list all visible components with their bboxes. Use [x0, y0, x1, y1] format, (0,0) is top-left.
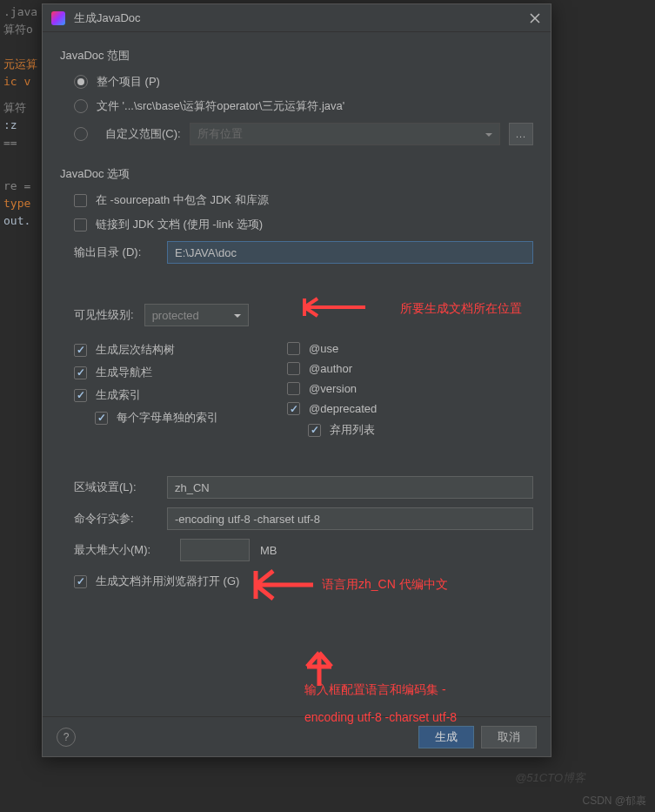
cmdline-label: 命令行实参: — [74, 511, 157, 527]
titlebar: 生成JavaDoc — [43, 4, 551, 32]
custom-scope-select[interactable]: 所有位置 — [190, 123, 500, 145]
output-dir-label: 输出目录 (D): — [74, 245, 157, 260]
checkbox-use[interactable] — [287, 342, 300, 355]
cancel-button[interactable]: 取消 — [481, 726, 537, 748]
visibility-label: 可见性级别: — [74, 307, 134, 323]
locale-input[interactable]: zh_CN — [167, 476, 533, 499]
dialog-footer: ? 生成 取消 — [43, 716, 551, 756]
checkbox-sourcepath-label: 在 -sourcepath 中包含 JDK 和库源 — [96, 192, 269, 208]
browse-scope-button[interactable]: ... — [509, 123, 533, 145]
radio-file[interactable] — [74, 99, 88, 113]
radio-custom-scope[interactable] — [74, 127, 88, 141]
javadoc-dialog: 生成JavaDoc JavaDoc 范围 整个项目 (P) 文件 '...\sr… — [42, 3, 551, 757]
checkbox-sourcepath[interactable] — [74, 194, 87, 207]
chevron-down-icon — [234, 309, 241, 322]
heap-label: 最大堆大小(M): — [74, 542, 170, 558]
checkbox-index[interactable] — [74, 389, 87, 402]
scope-section-label: JavaDoc 范围 — [60, 48, 533, 64]
checkbox-deprecated[interactable] — [287, 402, 300, 415]
dialog-title: 生成JavaDoc — [74, 10, 528, 26]
checkbox-nav[interactable] — [74, 366, 87, 379]
locale-label: 区域设置(L): — [74, 480, 157, 495]
radio-custom-scope-label: 自定义范围(C): — [105, 126, 181, 142]
radio-whole-project[interactable] — [74, 75, 88, 89]
checkbox-version[interactable] — [287, 382, 300, 395]
radio-file-label: 文件 '...\src\base\运算符operator\三元运算符.java' — [97, 98, 344, 114]
checkbox-open-browser-label: 生成文档并用浏览器打开 (G) — [96, 574, 239, 589]
checkbox-open-browser[interactable] — [74, 575, 87, 588]
options-section-label: JavaDoc 选项 — [60, 166, 533, 182]
checkbox-deprecated-list[interactable] — [308, 424, 321, 437]
output-dir-input[interactable]: E:\JAVA\doc — [167, 241, 533, 264]
heap-unit: MB — [260, 544, 277, 557]
app-icon — [51, 11, 65, 25]
generate-button[interactable]: 生成 — [418, 726, 474, 748]
checkbox-link-label: 链接到 JDK 文档 (使用 -link 选项) — [96, 217, 263, 232]
close-icon[interactable] — [528, 11, 542, 25]
watermark-51cto: @51CTO博客 — [515, 770, 585, 786]
checkbox-tree[interactable] — [74, 344, 87, 357]
help-button[interactable]: ? — [57, 728, 76, 747]
chevron-down-icon — [485, 128, 492, 141]
checkbox-author[interactable] — [287, 362, 300, 375]
visibility-select[interactable]: protected — [144, 304, 249, 326]
background-code: .java 算符o 元运算 ic v 算符 :z == re = type ou… — [0, 0, 43, 812]
heap-input[interactable] — [180, 539, 250, 561]
checkbox-link[interactable] — [74, 218, 87, 232]
cmdline-input[interactable]: -encoding utf-8 -charset utf-8 — [167, 507, 533, 530]
checkbox-per-letter[interactable] — [95, 412, 108, 425]
radio-whole-project-label: 整个项目 (P) — [97, 74, 160, 90]
watermark-csdn: CSDN @郁裹 — [582, 794, 646, 809]
